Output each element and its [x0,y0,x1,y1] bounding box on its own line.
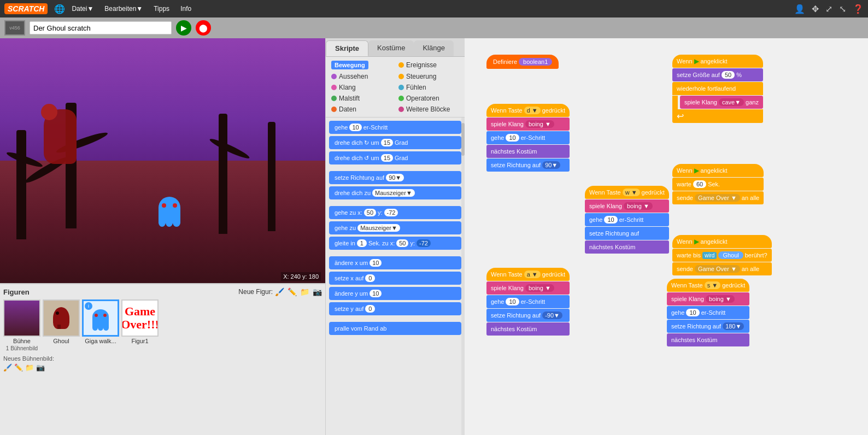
block-drehe-cw[interactable]: drehe dich ↻ um 15 Grad [329,136,461,149]
help-icon[interactable]: ❓ [853,4,864,14]
block-gehe-zu-xy[interactable]: gehe zu x: 50 y: -72 [329,206,461,219]
cat-daten[interactable]: Daten [328,104,395,115]
tab-klaenge[interactable]: Klänge [414,40,453,56]
ghoul-val: Ghoul [718,251,743,259]
setze-richtung-w[interactable]: setze Richtung auf [585,227,669,240]
paint-neue-figur-icon[interactable]: 🖌️ [275,287,284,296]
warte-bis[interactable]: warte bis wird Ghoul berührt? [672,249,772,262]
warte-60[interactable]: warte 60 Sek. [672,178,764,191]
flag3-hat[interactable]: Wenn ▶ angeklickt [672,235,772,248]
buehne-sublabel: 1 Bühnenbild [6,345,38,351]
project-title-input[interactable] [30,21,172,34]
paint-buhnenbild-icon[interactable]: 🖌️ [3,363,12,372]
flag2-hat[interactable]: Wenn ▶ angeklickt [672,164,764,177]
sende-gameover-2[interactable]: sende Game Over ▼ an alle [672,262,772,275]
setze-richtung-180[interactable]: setze Richtung auf 180▼ [667,320,749,333]
block-setze-y[interactable]: setze y auf 0 [329,302,461,315]
move-icon[interactable]: ✥ [812,4,819,14]
tab-skripte[interactable]: Skripte [326,40,368,56]
define-hat[interactable]: Definiere boolean1 [486,55,559,69]
compress-icon[interactable]: ⤡ [839,4,846,14]
cat-aussehen[interactable]: Aussehen [328,71,395,82]
taste-a-hat[interactable]: Wenn Taste a ▼ gedrückt [486,268,570,281]
folder-neue-figur-icon[interactable]: 📁 [300,287,309,296]
menubar: SCRATCH 🌐 Datei▼ Bearbeiten▼ Tipps Info … [0,0,868,17]
setze-richtung-minus90[interactable]: setze Richtung auf -90▼ [486,309,570,322]
stage-coords: X: 240 y: 180 [281,272,321,281]
neue-buhnenbild-label: Neues Bühnenbild: [3,355,54,362]
spiele-cave[interactable]: spiele Klang cave▼ ganz [680,96,763,109]
spiele-klang-boing-1[interactable]: spiele Klang boing ▼ [486,117,570,131]
cat-steuerung[interactable]: Steuerung [395,71,462,82]
green-flag-button[interactable]: ▶ [176,20,191,36]
klang-boing-1-drop[interactable]: boing ▼ [525,120,554,128]
taste-w-hat[interactable]: Wenn Taste w ▼ gedrückt [585,186,669,199]
flag1-hat[interactable]: Wenn ▶ angeklickt [672,55,763,68]
gehe-10-1[interactable]: gehe 10 er-Schritt [486,131,570,144]
upload-icon[interactable]: 👤 [794,4,805,14]
setze-richtung-90-1[interactable]: setze Richtung auf 90▼ [486,158,570,172]
taste-d-hat[interactable]: Wenn Taste d ▼ gedrückt [486,104,570,117]
neue-buhnenbild-area: Neues Bühnenbild: 🖌️ ✏️ 📁 📷 [3,355,322,372]
script-canvas: Definiere boolean1 Wenn Taste d ▼ gedrüc… [465,38,868,435]
fullscreen-icon[interactable]: ⤢ [825,4,832,14]
spiele-klang-boing-w[interactable]: spiele Klang boing ▼ [585,199,669,213]
menu-info[interactable]: Info [176,4,196,14]
camera-neue-figur-icon[interactable]: 📷 [313,287,322,296]
cat-weitere[interactable]: Weitere Blöcke [395,104,462,115]
ghoul-label: Ghoul [53,338,69,344]
setze-groesse[interactable]: setze Größe auf 50 % [672,68,763,81]
cat-operatoren-label: Operatoren [406,95,439,102]
menu-datei[interactable]: Datei▼ [67,4,98,14]
naechstes-kostuem-w[interactable]: nächstes Kostüm [585,240,669,254]
taste-a-drop[interactable]: a ▼ [524,271,541,278]
taste-w-drop[interactable]: w ▼ [623,189,640,196]
tab-kostueme[interactable]: Kostüme [368,40,414,56]
script-flag2: Wenn ▶ angeklickt warte 60 Sek. sende Ga… [672,164,764,205]
sprite-item-giga[interactable]: i [82,299,119,344]
gehe-10-s[interactable]: gehe 10 er-Schritt [667,306,749,319]
block-aendere-y[interactable]: ändere y um 10 [329,287,461,300]
cat-fuehlen[interactable]: Fühlen [395,82,462,93]
cat-ereignisse-label: Ereignisse [406,61,437,69]
menu-tipps[interactable]: Tipps [149,4,174,14]
cat-klang[interactable]: Klang [328,82,395,93]
edit-buhnenbild-icon[interactable]: ✏️ [14,363,23,372]
menu-bearbeiten[interactable]: Bearbeiten▼ [100,4,147,14]
cat-malstift[interactable]: Malstift [328,93,395,104]
spiele-klang-boing-s[interactable]: spiele Klang boing ▼ [667,292,749,305]
sprite-item-figur1[interactable]: Game Over!!! Figur1 [121,299,159,344]
edit-neue-figur-icon[interactable]: ✏️ [288,287,297,296]
block-aendere-x[interactable]: ändere x um 10 [329,256,461,269]
wiederhole-top[interactable]: wiederhole fortlaufend [672,82,763,95]
naechstes-kostuem-s[interactable]: nächstes Kostüm [667,333,749,346]
block-pralle[interactable]: pralle vom Rand ab [329,322,461,335]
block-drehe-zu[interactable]: drehe dich zu Mauszeiger▼ [329,186,461,199]
folder-buhnenbild-icon[interactable]: 📁 [25,363,34,372]
naechstes-kostuem-1[interactable]: nächstes Kostüm [486,145,570,158]
gehe-10-w[interactable]: gehe 10 er-Schritt [585,213,669,226]
stop-button[interactable]: ⬤ [196,20,211,36]
sprite-item-ghoul[interactable]: Ghoul [43,299,80,344]
naechstes-kostuem-a[interactable]: nächstes Kostüm [486,322,570,336]
scratch-logo[interactable]: SCRATCH [4,3,48,14]
block-gehe-zu[interactable]: gehe zu Mauszeiger▼ [329,221,461,234]
sprite-item-buehne[interactable]: Bühne 1 Bühnenbild [3,299,40,351]
block-setze-x[interactable]: setze x auf 0 [329,272,461,285]
block-setze-richtung[interactable]: setze Richtung auf 90▼ [329,171,461,184]
block-drehe-ccw[interactable]: drehe dich ↺ um 15 Grad [329,151,461,164]
globe-icon[interactable]: 🌐 [54,4,65,14]
cat-bewegung[interactable]: Bewegung [328,59,395,71]
gehe-10-a[interactable]: gehe 10 er-Schritt [486,295,570,308]
block-gleite[interactable]: gleite in 1 Sek. zu x: 50 y: -72 [329,237,461,250]
spiele-klang-boing-a[interactable]: spiele Klang boing ▼ [486,281,570,295]
neue-figur: Neue Figur: 🖌️ ✏️ 📁 📷 [238,287,322,296]
taste-s-hat[interactable]: Wenn Taste s ▼ gedrückt [667,279,749,292]
taste-s-drop[interactable]: s ▼ [705,281,720,289]
taste-d-drop[interactable]: d ▼ [524,107,541,114]
cat-operatoren[interactable]: Operatoren [395,93,462,104]
sende-gameover-1[interactable]: sende Game Over ▼ an alle [672,191,764,204]
cat-ereignisse[interactable]: Ereignisse [395,59,462,71]
block-gehe-er-schritt[interactable]: gehe 10 er-Schritt [329,121,461,134]
camera-buhnenbild-icon[interactable]: 📷 [36,363,45,372]
